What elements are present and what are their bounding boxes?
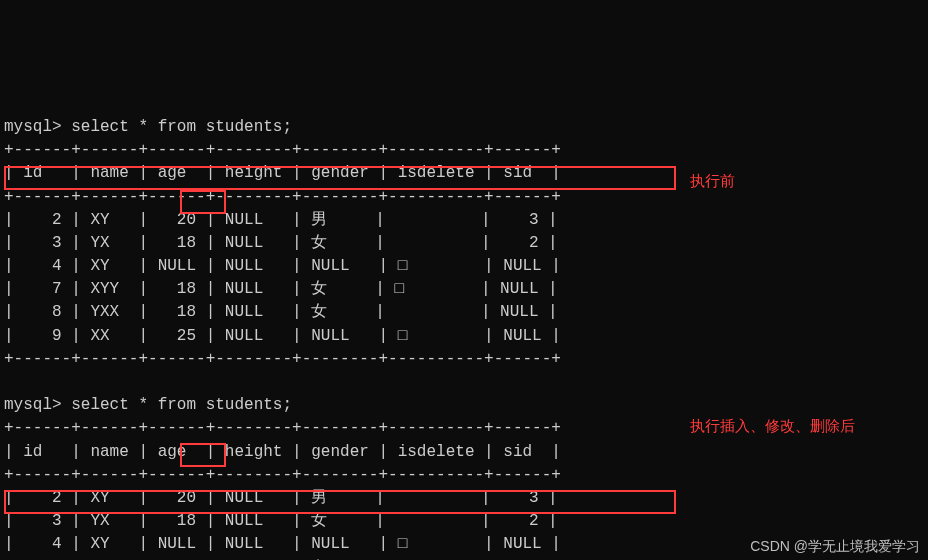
mysql-prompt-1[interactable]: mysql> select * from students; xyxy=(4,118,292,136)
watermark: CSDN @学无止境我爱学习 xyxy=(750,536,920,556)
terminal-output: mysql> select * from students; +------+-… xyxy=(0,93,928,560)
table-sep: +------+------+------+--------+--------+… xyxy=(4,419,561,437)
table-row: | 3 | YX | 18 | NULL | 女 | | 2 | xyxy=(4,512,558,530)
table-header: | id | name | age | height | gender | is… xyxy=(4,164,561,182)
table-sep: +------+------+------+--------+--------+… xyxy=(4,141,561,159)
table-row: | 8 | YXX | 18 | NULL | 女 | | NULL | xyxy=(4,303,558,321)
table-sep: +------+------+------+--------+--------+… xyxy=(4,188,561,206)
annotation-after: 执行插入、修改、删除后 xyxy=(690,415,855,437)
table-row: | 2 | XY | 20 | NULL | 男 | | 3 | xyxy=(4,211,558,229)
table-header: | id | name | age | height | gender | is… xyxy=(4,443,561,461)
table-sep: +------+------+------+--------+--------+… xyxy=(4,350,561,368)
annotation-before: 执行前 xyxy=(690,170,735,192)
table-row: | 4 | XY | NULL | NULL | NULL | □ | NULL… xyxy=(4,257,561,275)
table-row: | 2 | XY | 20 | NULL | 男 | | 3 | xyxy=(4,489,558,507)
table-row: | 9 | XX | 25 | NULL | NULL | □ | NULL | xyxy=(4,327,561,345)
table-row: | 7 | XYY | 18 | NULL | 女 | □ | NULL | xyxy=(4,280,558,298)
mysql-prompt-2[interactable]: mysql> select * from students; xyxy=(4,396,292,414)
table-sep: +------+------+------+--------+--------+… xyxy=(4,466,561,484)
table-row: | 3 | YX | 18 | NULL | 女 | | 2 | xyxy=(4,234,558,252)
table-row: | 4 | XY | NULL | NULL | NULL | □ | NULL… xyxy=(4,535,561,553)
